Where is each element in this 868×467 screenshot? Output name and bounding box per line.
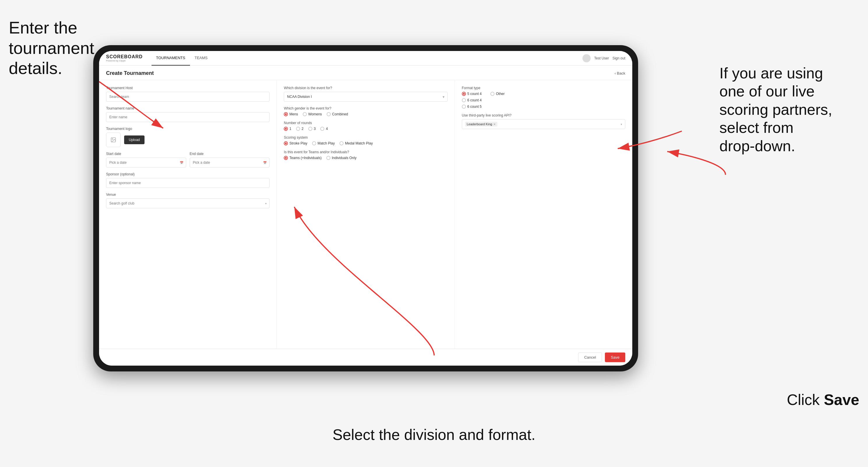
save-button[interactable]: Save [605, 352, 625, 362]
venue-input[interactable] [106, 198, 270, 208]
teams-plus-individuals[interactable]: Teams (+Individuals) [284, 156, 321, 160]
scoring-group: Scoring system Stroke Play Match Play [284, 135, 447, 145]
signout-link[interactable]: Sign out [613, 56, 625, 60]
tournament-host-label: Tournament Host [106, 86, 270, 90]
gender-womens-label: Womens [308, 112, 322, 116]
radio-round2 [296, 127, 300, 131]
gender-mens-label: Mens [289, 112, 298, 116]
calendar-icon-end: 📅 [263, 161, 267, 164]
venue-label: Venue [106, 193, 270, 197]
round-4-label: 4 [326, 127, 328, 131]
gender-group: Which gender is the event for? Mens Wome… [284, 106, 447, 116]
format-6count4[interactable]: 6 count 4 [462, 98, 482, 102]
sponsor-group: Sponsor (optional) [106, 172, 270, 188]
annotation-bottom-right: Click Save [787, 391, 859, 409]
tournament-host-input[interactable] [106, 92, 270, 102]
live-scoring-value: Leaderboard King [467, 122, 492, 126]
end-date-input[interactable] [190, 158, 270, 167]
end-date-wrapper: 📅 [190, 158, 270, 167]
scoring-label: Scoring system [284, 135, 447, 139]
tablet-screen: SCOREBOARD Powered by Clippit TOURNAMENT… [99, 51, 632, 366]
individuals-option-label: Individuals Only [332, 156, 356, 160]
sponsor-label: Sponsor (optional) [106, 172, 270, 176]
round-2-label: 2 [302, 127, 304, 131]
tournament-host-group: Tournament Host [106, 86, 270, 102]
live-scoring-group: Use third-party live scoring API? Leader… [462, 113, 625, 129]
rounds-group: Number of rounds 1 2 [284, 121, 447, 131]
radio-medal-match [339, 141, 344, 145]
form-column-2: Which division is the event for? NCAA Di… [277, 80, 455, 349]
user-name: Test User [594, 56, 609, 60]
teams-radio-group: Teams (+Individuals) Individuals Only [284, 156, 447, 160]
round-1[interactable]: 1 [284, 127, 291, 131]
scoring-medal-match[interactable]: Medal Match Play [339, 141, 373, 145]
round-1-label: 1 [289, 127, 291, 131]
round-3[interactable]: 3 [308, 127, 316, 131]
form-column-3: Format type 5 count 4 6 count 4 [455, 80, 632, 349]
logo-sub: Powered by Clippit [106, 59, 143, 62]
logo-upload-area: Upload [106, 132, 270, 147]
header-right: Test User Sign out [583, 54, 625, 62]
division-group: Which division is the event for? NCAA Di… [284, 86, 447, 102]
annotation-top-right: If you are using one of our live scoring… [719, 64, 859, 155]
individuals-only[interactable]: Individuals Only [326, 156, 356, 160]
live-scoring-label: Use third-party live scoring API? [462, 113, 625, 117]
scoring-stroke[interactable]: Stroke Play [284, 141, 307, 145]
page-header: Create Tournament ‹ Back [99, 66, 632, 80]
start-date-group: Start date 📅 [106, 152, 186, 167]
upload-button[interactable]: Upload [124, 135, 145, 144]
rounds-radio-group: 1 2 3 4 [284, 127, 447, 131]
format-other[interactable]: Other [490, 92, 505, 96]
scoring-stroke-label: Stroke Play [289, 141, 307, 145]
format-main-options: 5 count 4 6 count 4 6 count 5 [462, 92, 482, 109]
gender-womens[interactable]: Womens [303, 112, 322, 116]
format-5count4-label: 5 count 4 [467, 92, 482, 96]
sponsor-input[interactable] [106, 178, 270, 188]
live-scoring-tag: Leaderboard King ✕ [465, 122, 497, 126]
nav-tab-tournaments[interactable]: TOURNAMENTS [152, 51, 190, 66]
click-save-prefix: Click [787, 391, 824, 408]
round-2[interactable]: 2 [296, 127, 304, 131]
tablet-device: SCOREBOARD Powered by Clippit TOURNAMENT… [93, 45, 638, 371]
end-date-group: End date 📅 [190, 152, 270, 167]
scoring-match[interactable]: Match Play [312, 141, 335, 145]
teams-option-label: Teams (+Individuals) [289, 156, 321, 160]
gender-mens[interactable]: Mens [284, 112, 298, 116]
start-date-label: Start date [106, 152, 186, 156]
tag-remove-icon[interactable]: ✕ [493, 123, 496, 126]
start-date-wrapper: 📅 [106, 158, 186, 167]
form-footer: Cancel Save [99, 349, 632, 366]
radio-6count5 [462, 104, 466, 109]
radio-match [312, 141, 316, 145]
tournament-name-input[interactable] [106, 112, 270, 122]
tournament-name-group: Tournament name [106, 106, 270, 122]
radio-5count4 [462, 92, 466, 96]
tournament-name-label: Tournament name [106, 106, 270, 111]
nav-tabs: TOURNAMENTS TEAMS [152, 51, 583, 66]
radio-round4 [320, 127, 324, 131]
format-other-label: Other [496, 92, 505, 96]
nav-tab-teams[interactable]: TEAMS [190, 51, 212, 66]
round-4[interactable]: 4 [320, 127, 328, 131]
svg-point-1 [112, 139, 113, 139]
start-date-input[interactable] [106, 158, 186, 167]
live-scoring-input[interactable]: Leaderboard King ✕ ▾ [462, 119, 625, 129]
form-body: Tournament Host Tournament name Tourname… [99, 80, 632, 349]
format-5count4[interactable]: 5 count 4 [462, 92, 482, 96]
cancel-button[interactable]: Cancel [578, 352, 602, 362]
format-6count4-label: 6 count 4 [467, 98, 482, 102]
logo-text: SCOREBOARD [106, 54, 143, 59]
division-select[interactable]: NCAA Division I [284, 92, 447, 102]
format-type-label: Format type [462, 86, 625, 90]
logo-preview [106, 132, 121, 147]
gender-combined[interactable]: Combined [327, 112, 348, 116]
page-title: Create Tournament [106, 70, 154, 76]
format-6count5[interactable]: 6 count 5 [462, 104, 482, 109]
back-button[interactable]: ‹ Back [615, 71, 625, 75]
venue-wrapper: ▾ [106, 198, 270, 208]
scoring-radio-group: Stroke Play Match Play Medal Match Play [284, 141, 447, 145]
format-type-group: Format type 5 count 4 6 count 4 [462, 86, 625, 109]
rounds-label: Number of rounds [284, 121, 447, 125]
round-3-label: 3 [314, 127, 316, 131]
radio-individuals [326, 156, 331, 160]
